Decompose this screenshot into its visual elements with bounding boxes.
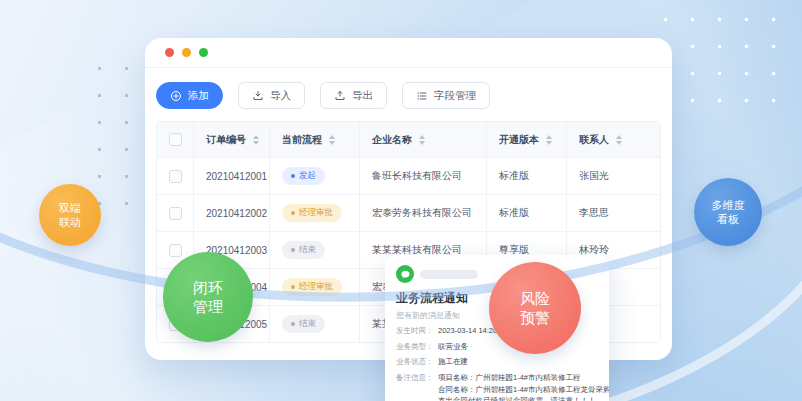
sort-icon[interactable]: [616, 135, 622, 145]
notification-field-remark: 备注信息： 项目名称：广州碧桂园1-4#市内精装修工程 合同名称：广州碧桂园1-…: [396, 372, 599, 401]
status-dot-icon: [291, 174, 295, 178]
column-header-order[interactable]: 订单编号: [193, 122, 269, 157]
dot-grid-decoration: [652, 6, 792, 120]
row-checkbox[interactable]: [169, 207, 182, 220]
status-badge: 经理审批: [282, 204, 342, 222]
row-checkbox[interactable]: [169, 244, 182, 257]
page-background: 添加 导入 导出 字段管理: [0, 0, 802, 401]
company-cell: 宏泰劳务科技有限公司: [359, 195, 486, 231]
list-icon: [416, 90, 428, 102]
maximize-window-button[interactable]: [199, 48, 208, 57]
add-button-label: 添加: [188, 89, 209, 103]
download-icon: [252, 90, 264, 102]
order-number-cell: 20210412001: [193, 158, 269, 194]
sort-icon[interactable]: [253, 135, 259, 145]
feature-badge-multi-dashboard: 多维度 看板: [694, 178, 762, 246]
wechat-icon: [396, 265, 414, 283]
row-checkbox[interactable]: [169, 170, 182, 183]
column-header-process[interactable]: 当前流程: [269, 122, 359, 157]
contact-cell: 李思思: [566, 195, 660, 231]
import-button[interactable]: 导入: [238, 82, 305, 109]
export-button-label: 导出: [352, 89, 373, 103]
upload-icon: [334, 90, 346, 102]
status-dot-icon: [291, 211, 295, 215]
plus-circle-icon: [170, 90, 182, 102]
close-window-button[interactable]: [165, 48, 174, 57]
remark-line: 合同名称：广州碧桂园1-4#市内精装修工程龙骨采购合同: [438, 384, 609, 396]
contact-cell: 张国光: [566, 158, 660, 194]
minimize-window-button[interactable]: [182, 48, 191, 57]
window-titlebar: [145, 38, 672, 68]
status-badge: 经理审批: [282, 278, 342, 296]
order-number-cell: 20210412002: [193, 195, 269, 231]
version-cell: 标准版: [486, 158, 566, 194]
column-header-contact[interactable]: 联系人: [566, 122, 660, 157]
version-cell: 标准版: [486, 195, 566, 231]
feature-badge-risk-warning: 风险 预警: [489, 262, 581, 354]
field-management-button-label: 字段管理: [434, 89, 476, 103]
notification-field: 业务状态： 施工在建: [396, 356, 599, 368]
sort-icon[interactable]: [546, 135, 552, 145]
status-dot-icon: [291, 248, 295, 252]
sort-icon[interactable]: [329, 135, 335, 145]
notification-field: 业务类型： 联营业务: [396, 341, 599, 353]
import-button-label: 导入: [270, 89, 291, 103]
table-toolbar: 添加 导入 导出 字段管理: [145, 68, 672, 121]
status-dot-icon: [291, 285, 295, 289]
placeholder-pill: [420, 270, 478, 279]
add-button[interactable]: 添加: [156, 82, 223, 109]
remark-line: 项目名称：广州碧桂园1-4#市内精装修工程: [438, 372, 609, 384]
table-row[interactable]: 20210412002 经理审批 宏泰劳务科技有限公司 标准版 李思思: [157, 194, 660, 231]
table-row[interactable]: 20210412001 发起 鲁班长科技有限公司 标准版 张国光: [157, 157, 660, 194]
column-header-version[interactable]: 开通版本: [486, 122, 566, 157]
feature-badge-dual-linkage: 双端 联动: [39, 184, 101, 246]
remark-line: 支出合同付款已经超过合同收票，请注意！！！: [438, 395, 609, 401]
status-dot-icon: [291, 322, 295, 326]
export-button[interactable]: 导出: [320, 82, 387, 109]
status-badge: 发起: [282, 167, 325, 185]
feature-badge-closed-loop: 闭环 管理: [163, 252, 253, 342]
column-header-company[interactable]: 企业名称: [359, 122, 486, 157]
field-management-button[interactable]: 字段管理: [402, 82, 490, 109]
status-badge: 结束: [282, 241, 325, 259]
select-all-checkbox[interactable]: [169, 133, 182, 146]
company-cell: 鲁班长科技有限公司: [359, 158, 486, 194]
sort-icon[interactable]: [419, 135, 425, 145]
status-badge: 结束: [282, 315, 325, 333]
table-header-row: 订单编号 当前流程 企业名称 开通版本 联系人: [157, 122, 660, 157]
